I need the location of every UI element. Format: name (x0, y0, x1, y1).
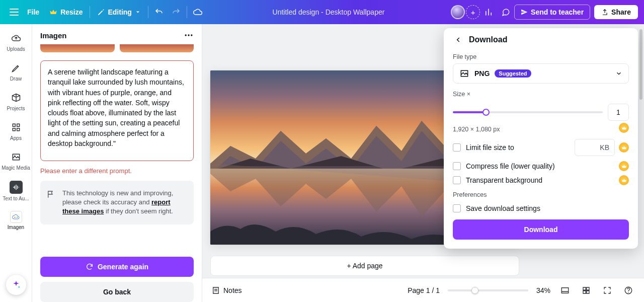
size-multiplier-input[interactable]: 1 (608, 104, 629, 121)
svg-point-6 (191, 34, 192, 36)
file-menu[interactable]: File (22, 5, 44, 19)
svg-point-4 (185, 34, 187, 36)
zoom-level[interactable]: 34% (536, 286, 550, 294)
rail-label: Imagen (8, 224, 24, 230)
imagen-panel: Imagen A serene twilight landscape featu… (32, 24, 202, 302)
editing-mode-dropdown[interactable]: Editing (92, 5, 145, 19)
notes-label: Notes (223, 286, 242, 294)
save-settings-label: Save download settings (466, 204, 540, 212)
thumbnail[interactable] (40, 44, 115, 52)
refresh-icon (86, 263, 94, 271)
fullscreen-button[interactable] (601, 284, 614, 297)
resize-button[interactable]: Resize (44, 5, 88, 19)
apps-icon (11, 122, 21, 132)
compress-checkbox[interactable] (453, 162, 461, 170)
user-avatar[interactable] (451, 5, 465, 19)
magic-media-icon (11, 152, 21, 162)
add-page-button[interactable]: + Add page (210, 256, 519, 276)
rail-label: Draw (10, 76, 22, 82)
thumbnail[interactable] (120, 44, 194, 52)
draw-icon (11, 63, 21, 73)
rail-draw[interactable]: Draw (0, 59, 32, 85)
insights-button[interactable] (480, 4, 497, 21)
page-indicator[interactable]: Page 1 / 1 (408, 286, 440, 294)
rail-label: Projects (7, 106, 25, 111)
prompt-textarea[interactable]: A serene twilight landscape featuring a … (40, 60, 194, 161)
view-toggle-button[interactable] (558, 284, 572, 297)
help-button[interactable] (622, 284, 635, 297)
transparent-bg-checkbox[interactable] (453, 176, 461, 184)
compress-label: Compress file (lower quality) (466, 162, 555, 170)
sparkle-icon (11, 280, 21, 290)
svg-point-1 (14, 217, 15, 218)
grid-view-button[interactable] (580, 284, 593, 297)
download-button[interactable]: Download (453, 219, 629, 240)
undo-button[interactable] (150, 4, 168, 21)
audio-icon (12, 183, 20, 191)
comment-icon (501, 8, 510, 17)
filesize-input[interactable]: KB (575, 139, 615, 156)
redo-button[interactable] (168, 4, 185, 21)
rail-projects[interactable]: Projects (0, 89, 32, 114)
go-back-button[interactable]: Go back (40, 282, 194, 302)
prompt-error: Please enter a different prompt. (40, 167, 194, 175)
more-icon[interactable] (184, 30, 194, 40)
help-icon (624, 286, 633, 295)
divider (187, 6, 187, 18)
save-settings-checkbox[interactable] (453, 204, 461, 212)
premium-badge (619, 123, 629, 133)
share-label: Share (611, 8, 631, 16)
limit-filesize-checkbox[interactable] (453, 143, 461, 152)
send-label: Send to teacher (531, 8, 584, 16)
rail-imagen[interactable]: Imagen (0, 208, 32, 233)
limit-filesize-label: Limit file size to (466, 143, 514, 152)
share-icon (601, 9, 608, 16)
svg-point-5 (188, 34, 189, 36)
suggested-badge: Suggested (495, 69, 531, 78)
hamburger-menu[interactable] (6, 4, 22, 20)
result-thumbnails (40, 44, 194, 54)
premium-badge (619, 175, 629, 185)
rail-text-to-audio[interactable]: Text to Au... (0, 178, 32, 204)
zoom-slider[interactable] (448, 289, 528, 291)
size-slider[interactable] (453, 111, 603, 113)
add-collaborator-button[interactable]: + (466, 5, 480, 19)
undo-icon (154, 8, 164, 17)
cloud-sync-button[interactable] (189, 4, 206, 21)
panel-title: Imagen (40, 31, 67, 40)
document-title[interactable]: Untitled design - Desktop Wallpaper (206, 8, 451, 16)
size-label: Size × (453, 91, 629, 98)
comment-button[interactable] (497, 4, 514, 21)
vertical-scrollbar[interactable] (638, 24, 644, 278)
projects-icon (11, 93, 21, 103)
image-icon (459, 68, 469, 79)
download-popover: Download File type PNG Suggested Size × … (444, 28, 638, 249)
top-bar: File Resize Editing Untitled design - De… (0, 0, 644, 24)
crown-icon (49, 8, 57, 16)
share-button[interactable]: Share (594, 5, 638, 19)
magic-assist-button[interactable] (6, 275, 26, 295)
file-type-value: PNG (474, 69, 490, 78)
rail-label: Uploads (7, 46, 25, 52)
premium-badge (619, 142, 629, 153)
send-to-teacher-button[interactable]: Send to teacher (514, 5, 590, 20)
imagen-icon (12, 214, 20, 220)
generate-again-button[interactable]: Generate again (40, 257, 194, 277)
rail-apps[interactable]: Apps (0, 118, 32, 144)
rail-uploads[interactable]: Uploads (0, 29, 32, 55)
chevron-down-icon (135, 9, 141, 15)
fullscreen-icon (603, 286, 612, 295)
svg-point-3 (17, 217, 18, 218)
file-type-select[interactable]: PNG Suggested (453, 63, 629, 84)
divider (148, 6, 148, 18)
rail-magic-media[interactable]: Magic Media (0, 148, 32, 174)
view-icon (560, 286, 570, 295)
notes-button[interactable]: Notes (211, 286, 242, 295)
popover-back-button[interactable] (453, 36, 464, 43)
cloud-icon (193, 7, 203, 17)
popover-title: Download (469, 35, 507, 44)
send-icon (521, 9, 528, 16)
redo-icon (172, 8, 181, 17)
pencil-icon (97, 9, 105, 16)
notes-icon (211, 286, 220, 295)
